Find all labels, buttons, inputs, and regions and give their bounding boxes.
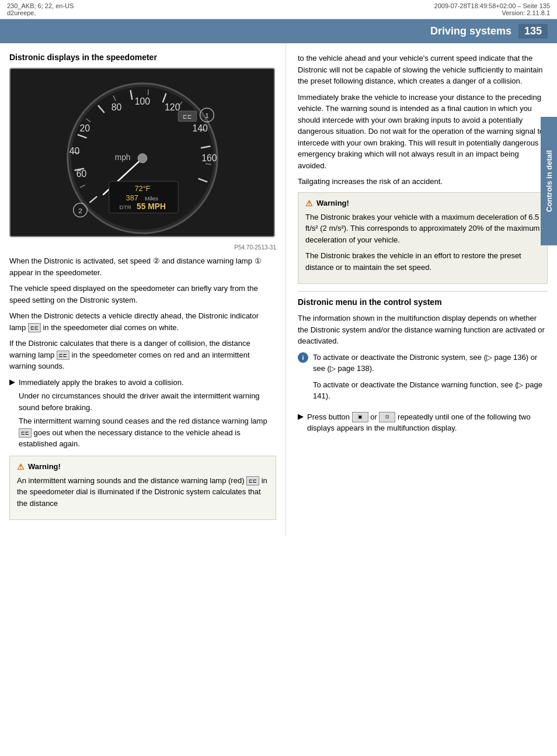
button-icon-1: ▣ [352,412,368,421]
warning-title-1: ⚠ Warning! [17,462,269,471]
meta-right: 2009-07-28T18:49:58+02:00 – Seite 135 Ve… [434,2,550,16]
warning-box-2: ⚠ Warning! The Distronic brakes your veh… [298,192,548,285]
info-text-1b: To activate or deactivate the Distance w… [313,379,548,402]
section-title-distronic-menu: Distronic menu in the control system [298,297,548,307]
press-button-text: Press button ▣ or ⊡ repeatedly until one… [307,411,548,434]
svg-point-30 [138,154,147,163]
button-icon-2: ⊡ [379,412,395,421]
svg-text:Miles: Miles [145,195,158,202]
bullet-arrow-1: ▶ [9,377,15,386]
left-column: Distronic displays in the speedometer [0,43,286,536]
svg-text:2: 2 [78,207,82,215]
warning-triangle-icon-1: ⚠ [17,462,25,471]
section-divider [298,291,548,292]
svg-text:mph: mph [115,153,131,162]
svg-text:60: 60 [76,169,87,179]
warning-title-2: ⚠ Warning! [305,199,540,208]
svg-text:40: 40 [69,146,80,156]
info-bullet-1: i To activate or deactivate the Distroni… [298,352,548,407]
svg-line-16 [148,89,148,95]
info-text-1a: To activate or deactivate the Distronic … [313,352,548,374]
para-brake-immediately: Immediately brake the vehicle to increas… [298,92,548,172]
svg-text:72°F: 72°F [134,184,150,193]
svg-text:387: 387 [126,193,138,202]
speedometer-caption: P54.70-2513-31 [9,244,276,251]
bullet-press-button: ▶ Press button ▣ or ⊡ repeatedly until o… [298,411,548,436]
svg-text:55 MPH: 55 MPH [137,202,166,211]
para-danger-collision: If the Distronic calculates that there i… [9,338,276,372]
para-detects-vehicle: When the Distronic detects a vehicle dir… [9,310,276,333]
or-text: or [370,412,379,421]
distronic-indicator-icon: ⊏⊏ [28,323,41,332]
bullet-main-text: Immediately apply the brakes to avoid a … [19,377,276,389]
red-lamp-icon-2: ⊏⊏ [246,476,259,485]
svg-line-19 [206,164,211,164]
svg-text:160: 160 [201,153,217,163]
bullet-sub1: Under no circumstances should the driver… [19,390,276,413]
bullet-brakes: ▶ Immediately apply the brakes to avoid … [9,377,276,452]
main-content: Distronic displays in the speedometer [0,43,557,536]
side-tab: Controls in detail [541,117,557,245]
distance-warning-icon: ⊏⊏ [57,351,69,360]
para-distronic-activated: When the Distronic is activated, set spe… [9,255,276,278]
svg-text:80: 80 [112,102,122,112]
svg-text:100: 100 [135,96,151,106]
warning-text-2b: The Distronic brakes the vehicle in an e… [305,250,540,273]
bullet-arrow-2: ▶ [298,412,304,421]
warning-box-1: ⚠ Warning! An intermittent warning sound… [9,456,276,521]
section-title-distronic-displays: Distronic displays in the speedometer [9,53,276,62]
svg-text:1: 1 [205,112,209,120]
warning-triangle-icon-2: ⚠ [305,199,313,208]
page-number: 135 [518,24,548,39]
meta-left: 230_AKB; 6; 22, en-US d2ureepe, [7,2,74,16]
continued-text: to the vehicle ahead and your vehicle's … [298,53,548,87]
bullet-content-1: Immediately apply the brakes to avoid a … [19,377,276,452]
info-icon-1: i [298,352,308,363]
svg-text:⊏⊏: ⊏⊏ [183,114,192,120]
bullet-sub2: The intermittent warning sound ceases an… [19,415,276,450]
section2-intro: The information shown in the multifuncti… [298,313,548,347]
red-lamp-icon: ⊏⊏ [19,428,32,438]
info-content-1: To activate or deactivate the Distronic … [313,352,548,407]
svg-text:140: 140 [192,123,208,133]
para-speed-vary: The vehicle speed displayed on the speed… [9,283,276,306]
warning-text-1: An intermittent warning sounds and the d… [17,475,269,509]
speedometer-image: 20 40 60 80 100 120 140 160 mph 72°F 387… [9,68,275,237]
svg-text:DTR: DTR [120,204,131,210]
right-column: to the vehicle ahead and your vehicle's … [286,43,557,536]
page-title: Driving systems [430,25,511,37]
warning-text-2a: The Distronic brakes your vehicle with a… [305,211,540,246]
page-header: Driving systems 135 [0,19,557,43]
svg-text:120: 120 [165,102,180,112]
bullet-content-2: Press button ▣ or ⊡ repeatedly until one… [307,411,548,436]
svg-text:20: 20 [80,123,90,133]
meta-bar: 230_AKB; 6; 22, en-US d2ureepe, 2009-07-… [0,0,557,19]
para-tailgating: Tailgating increases the risk of an acci… [298,176,548,188]
